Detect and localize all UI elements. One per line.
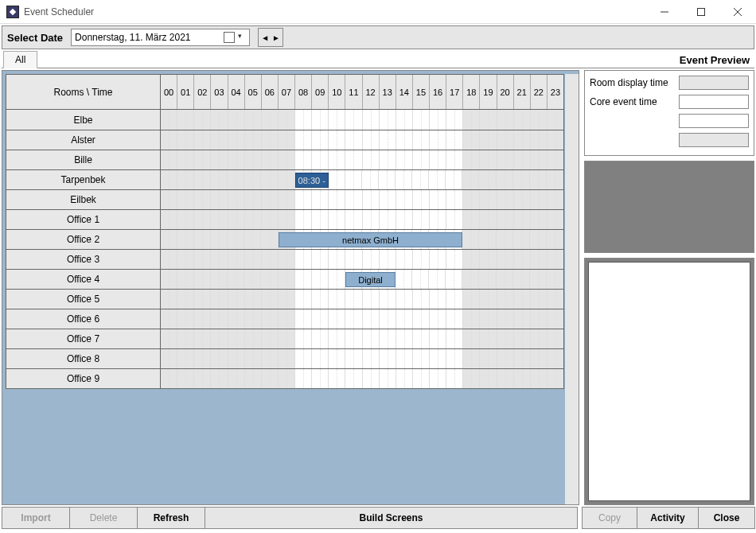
time-slot[interactable]: [446, 309, 463, 329]
time-slot[interactable]: [446, 329, 463, 348]
time-slot[interactable]: [446, 270, 462, 289]
time-slot[interactable]: [497, 369, 514, 388]
time-slot[interactable]: [531, 290, 548, 309]
time-slot[interactable]: [211, 190, 228, 209]
time-slot[interactable]: [211, 270, 228, 289]
time-slot[interactable]: [430, 329, 446, 348]
time-slot[interactable]: [396, 190, 413, 209]
time-slot[interactable]: [547, 170, 563, 189]
time-slot[interactable]: [262, 369, 279, 388]
time-slot[interactable]: [497, 270, 513, 289]
time-slot[interactable]: [446, 170, 462, 189]
time-slot[interactable]: [279, 349, 295, 368]
time-slot[interactable]: [177, 250, 194, 269]
time-slot[interactable]: [295, 290, 312, 309]
time-slot[interactable]: [161, 309, 177, 329]
time-slot[interactable]: [161, 230, 177, 249]
time-slot[interactable]: [548, 309, 563, 329]
time-slot[interactable]: [396, 250, 413, 269]
time-slot[interactable]: [295, 270, 312, 289]
time-slot[interactable]: [446, 150, 463, 169]
time-slot[interactable]: [363, 210, 380, 229]
time-slot[interactable]: [548, 369, 563, 388]
time-slot[interactable]: [194, 170, 211, 189]
time-slot[interactable]: [547, 230, 563, 249]
time-slot[interactable]: [514, 349, 531, 368]
time-slot[interactable]: [261, 170, 278, 189]
time-slot[interactable]: [531, 210, 548, 229]
time-slot[interactable]: [279, 309, 295, 329]
time-slot[interactable]: [177, 349, 194, 368]
time-slot[interactable]: [497, 250, 514, 269]
time-slot[interactable]: [262, 130, 279, 150]
time-slot[interactable]: [211, 250, 228, 269]
timeline[interactable]: [161, 329, 563, 348]
time-slot[interactable]: [513, 170, 530, 189]
time-slot[interactable]: [345, 130, 362, 150]
time-slot[interactable]: [396, 150, 413, 169]
time-slot[interactable]: [211, 369, 228, 388]
time-slot[interactable]: [194, 130, 211, 150]
time-slot[interactable]: [312, 210, 329, 229]
time-slot[interactable]: [363, 150, 380, 169]
time-slot[interactable]: [161, 130, 177, 150]
time-slot[interactable]: [345, 190, 362, 209]
time-slot[interactable]: [228, 329, 245, 348]
time-slot[interactable]: [380, 150, 396, 169]
date-nav-buttons[interactable]: ◄ ►: [258, 28, 283, 47]
time-slot[interactable]: [497, 329, 514, 348]
time-slot[interactable]: [480, 130, 497, 150]
time-slot[interactable]: [329, 329, 345, 348]
time-slot[interactable]: [245, 250, 262, 269]
time-slot[interactable]: [345, 290, 362, 309]
time-slot[interactable]: [463, 250, 480, 269]
time-slot[interactable]: [261, 270, 278, 289]
time-slot[interactable]: [312, 329, 329, 348]
time-slot[interactable]: [363, 309, 380, 329]
time-slot[interactable]: [295, 210, 312, 229]
time-slot[interactable]: [396, 210, 413, 229]
time-slot[interactable]: [161, 210, 177, 229]
timeline[interactable]: Digital: [161, 269, 563, 289]
time-slot[interactable]: [413, 369, 430, 388]
vertical-scrollbar[interactable]: [565, 74, 579, 504]
timeline[interactable]: [161, 309, 563, 329]
time-slot[interactable]: [228, 250, 245, 269]
time-slot[interactable]: [413, 110, 430, 130]
time-slot[interactable]: [177, 290, 194, 309]
time-slot[interactable]: [363, 349, 380, 368]
time-slot[interactable]: [177, 110, 194, 130]
time-slot[interactable]: [312, 190, 329, 209]
room-display-time-start-input[interactable]: [679, 76, 749, 90]
time-slot[interactable]: [211, 170, 228, 189]
timeline[interactable]: [161, 189, 563, 209]
time-slot[interactable]: [413, 150, 430, 169]
time-slot[interactable]: [161, 369, 177, 388]
time-slot[interactable]: [228, 369, 245, 388]
time-slot[interactable]: [548, 150, 563, 169]
time-slot[interactable]: [194, 230, 211, 249]
time-slot[interactable]: [430, 190, 446, 209]
time-slot[interactable]: [211, 150, 228, 169]
time-slot[interactable]: [295, 190, 312, 209]
time-slot[interactable]: [161, 150, 177, 169]
time-slot[interactable]: [329, 150, 345, 169]
time-slot[interactable]: [245, 210, 262, 229]
time-slot[interactable]: [380, 190, 396, 209]
timeline[interactable]: [161, 130, 563, 150]
time-slot[interactable]: [430, 110, 446, 130]
time-slot[interactable]: [463, 369, 480, 388]
time-slot[interactable]: [228, 170, 244, 189]
time-slot[interactable]: [463, 190, 480, 209]
time-slot[interactable]: [380, 210, 396, 229]
time-slot[interactable]: [161, 170, 177, 189]
time-slot[interactable]: [345, 309, 362, 329]
time-slot[interactable]: [194, 349, 211, 368]
close-button[interactable]: Close: [698, 507, 755, 529]
close-window-button[interactable]: [719, 0, 756, 24]
time-slot[interactable]: [497, 309, 514, 329]
time-slot[interactable]: [396, 369, 413, 388]
event-block[interactable]: 08:30 -: [295, 173, 329, 188]
time-slot[interactable]: [329, 270, 345, 289]
time-slot[interactable]: [194, 369, 211, 388]
